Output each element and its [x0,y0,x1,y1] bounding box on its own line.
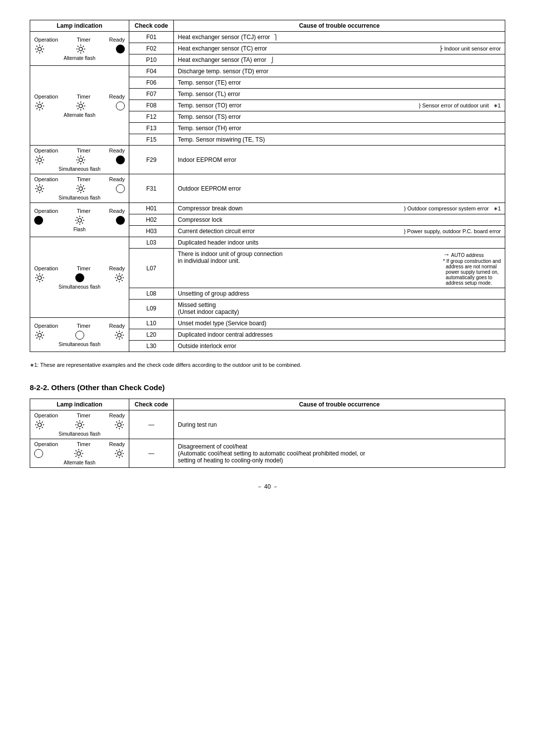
svg-point-135 [117,423,121,426]
ready-label-5: Ready [109,208,125,214]
page-number: － 40 － [30,483,505,491]
svg-line-86 [36,274,37,275]
svg-line-158 [116,450,117,451]
check-code-l10: L10 [129,318,174,329]
cause-h01: Compressor break down } Outdoor compress… [174,203,505,214]
svg-line-42 [42,162,43,163]
op-sun-icon-2 [34,101,45,111]
svg-line-51 [83,162,84,163]
svg-line-143 [116,427,117,428]
svg-line-159 [121,455,122,456]
svg-line-87 [42,280,43,281]
timer-sun-icon-3 [75,154,86,165]
op-label-3: Operation [34,148,58,153]
cause-l08: Unsetting of group address [174,288,505,300]
cause-f08: Temp. sensor (TO) error } Sensor error o… [174,100,505,111]
cause-s2: Disagreement of cool/heat(Automatic cool… [174,439,505,468]
svg-line-77 [76,217,77,218]
lamp-indication-header: Lamp indication [30,20,129,32]
op-sun-icon-4 [34,183,45,194]
svg-line-161 [116,455,117,456]
svg-point-126 [78,423,81,426]
check-code-s2: — [129,439,174,468]
svg-line-7 [42,46,43,47]
svg-line-133 [82,421,83,422]
ready-sun-icon-7 [114,330,125,341]
svg-point-27 [79,104,82,107]
svg-line-89 [36,280,37,281]
flash-label-2: Alternate flash [34,112,125,118]
svg-line-107 [36,337,37,338]
svg-line-123 [42,427,43,428]
svg-line-62 [36,191,37,192]
flash-label-4: Simultaneous flash [34,195,125,201]
op-label-s1: Operation [34,412,58,418]
table-row: Operation Timer Ready [30,66,505,77]
svg-line-26 [36,108,37,109]
ready-label-s1: Ready [109,412,125,418]
flash-label-3: Simultaneous flash [34,166,125,172]
svg-point-63 [79,187,82,190]
ready-label-s2: Ready [109,441,125,447]
svg-line-14 [77,46,78,47]
svg-line-61 [42,185,43,186]
timer-filled-icon-6 [75,273,84,282]
svg-point-0 [38,47,41,50]
timer-label-s1: Timer [77,412,91,418]
check-code-h01: H01 [129,203,174,214]
cause-f01: Heat exchanger sensor (TCJ) error ⎫ [174,32,505,43]
timer-label-3: Timer [77,148,91,153]
lamp-cell-s2: Operation Timer Ready [30,439,129,468]
lamp-header-2: Lamp indication [30,399,129,410]
op-label-5: Operation [34,208,58,214]
op-sun-icon-3 [34,154,45,165]
cause-header-2: Cause of trouble occurrence [174,399,505,410]
svg-line-114 [121,337,122,338]
op-label-6: Operation [34,265,58,271]
svg-line-96 [121,280,122,281]
ready-filled-icon [116,45,125,53]
ready-label-3: Ready [109,148,125,153]
ready-label-7: Ready [109,323,125,329]
svg-line-24 [42,108,43,109]
timer-sun-icon [75,44,86,54]
timer-label-s2: Timer [77,441,91,447]
svg-line-116 [116,337,117,338]
cause-f04: Discharge temp. sensor (TD) error [174,66,505,77]
svg-line-160 [121,450,122,451]
timer-sun-icon-s1 [74,419,85,430]
cause-f06: Temp. sensor (TE) error [174,77,505,89]
ready-label-4: Ready [109,176,125,182]
svg-line-78 [82,222,83,223]
table-row: Operation Timer Ready [30,174,505,203]
ready-label-2: Ready [109,94,125,100]
timer-label-6: Timer [77,265,91,271]
svg-line-68 [77,185,78,186]
lamp-cell-6: Operation Timer Ready [30,237,129,318]
svg-line-16 [83,46,84,47]
svg-line-71 [77,191,78,192]
ready-filled-icon-5 [116,216,125,225]
svg-line-131 [76,421,77,422]
check-code-f01: F01 [129,32,174,43]
op-filled-icon-5 [34,216,43,225]
lamp-cell-5: Operation Timer Ready [30,203,129,237]
flash-label-s2: Alternate flash [34,460,125,465]
timer-circle-icon-7 [75,331,84,340]
cause-header: Cause of trouble occurrence [174,20,505,32]
check-code-p10: P10 [129,54,174,66]
check-code-f15: F15 [129,134,174,146]
svg-line-151 [81,450,82,451]
svg-line-44 [36,162,37,163]
cause-l07: There is indoor unit of group connection… [174,249,505,288]
svg-line-115 [121,332,122,333]
check-code-f06: F06 [129,77,174,89]
lamp-cell-7: Operation Timer Ready [30,318,129,352]
ready-label-6: Ready [109,265,125,271]
table-row: Operation Timer Ready [30,32,505,43]
svg-line-134 [76,427,77,428]
check-code-f31: F31 [129,174,174,203]
svg-line-122 [36,421,37,422]
cause-s1: During test run [174,410,505,439]
flash-label-1: Alternate flash [34,55,125,61]
